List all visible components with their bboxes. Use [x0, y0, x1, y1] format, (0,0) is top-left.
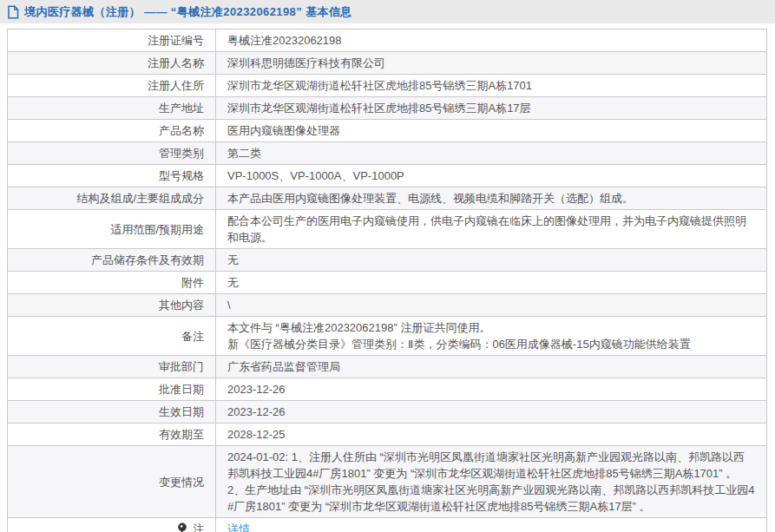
row-value: 医用内窥镜图像处理器: [216, 120, 767, 142]
table-row: 审批部门 广东省药品监督管理局: [8, 356, 767, 378]
row-label: 生效日期: [8, 401, 216, 424]
row-label-text: 附件: [181, 276, 204, 289]
row-label: 审批部门: [8, 356, 216, 378]
row-label: 产品名称: [8, 120, 216, 142]
row-value: 本产品由医用内窥镜图像处理装置、电源线、视频电缆和脚踏开关（选配）组成。: [216, 187, 767, 210]
note-balloon-icon: [177, 522, 187, 532]
details-link[interactable]: 详情: [227, 522, 250, 532]
page-title: 境内医疗器械（注册） —— “粤械注准20232062198” 基本信息: [24, 4, 352, 20]
row-value: 2023-12-26: [216, 378, 767, 401]
row-label: 管理类别: [8, 142, 216, 165]
row-label-text: 注: [193, 522, 204, 532]
row-value: 深圳市龙华区观湖街道松轩社区虎地排85号锦绣三期A栋17层: [216, 97, 767, 120]
row-value: 第二类: [216, 142, 767, 165]
table-row: 备注 本文件与 “粤械注准20232062198” 注册证共同使用。 新《医疗器…: [8, 317, 767, 356]
row-label: 有效期至: [8, 424, 216, 446]
table-row: 注册人住所 深圳市龙华区观湖街道松轩社区虎地排85号锦绣三期A栋1701: [8, 75, 767, 97]
table-row: 产品储存条件及有效期 无: [8, 249, 767, 272]
row-label: 附件: [8, 272, 216, 294]
row-label: 生产地址: [8, 97, 216, 120]
row-label-text: 结构及组成/主要组成成分: [76, 192, 204, 205]
row-label-text: 产品名称: [159, 124, 204, 137]
row-label: 注册证编号: [8, 30, 216, 52]
table-row: 有效期至 2028-12-25: [8, 424, 767, 446]
row-label-text: 备注: [181, 330, 204, 343]
row-label: 注册人名称: [8, 52, 216, 75]
registration-info-table: 注册证编号 粤械注准20232062198 注册人名称 深圳科思明德医疗科技有限…: [7, 29, 767, 532]
row-label-text: 变更情况: [159, 476, 204, 489]
row-label-text: 批准日期: [159, 383, 204, 396]
row-value: 深圳市龙华区观湖街道松轩社区虎地排85号锦绣三期A栋1701: [216, 75, 767, 97]
row-label: 型号规格: [8, 165, 216, 187]
row-label-text: 其他内容: [159, 299, 204, 312]
row-value: 深圳科思明德医疗科技有限公司: [216, 52, 767, 75]
row-label: 批准日期: [8, 378, 216, 401]
table-row: 附件 无: [8, 272, 767, 294]
table-row: 产品名称 医用内窥镜图像处理器: [8, 120, 767, 142]
document-icon: [7, 5, 19, 19]
row-value: VP-1000S、VP-1000A、VP-1000P: [216, 165, 767, 187]
row-value: \: [216, 294, 767, 317]
row-label-text: 管理类别: [159, 147, 204, 160]
row-label-text: 产品储存条件及有效期: [91, 253, 204, 266]
table-row: 注 详情: [8, 518, 767, 532]
row-label-text: 生效日期: [159, 405, 204, 418]
row-value: 2028-12-25: [216, 424, 767, 446]
table-row: 型号规格 VP-1000S、VP-1000A、VP-1000P: [8, 165, 767, 187]
row-value: 无: [216, 272, 767, 294]
row-label: 备注: [8, 317, 216, 356]
row-label: 结构及组成/主要组成成分: [8, 187, 216, 210]
page-header: 境内医疗器械（注册） —— “粤械注准20232062198” 基本信息: [0, 0, 775, 23]
row-label-text: 有效期至: [159, 428, 204, 441]
row-value: 广东省药品监督管理局: [216, 356, 767, 378]
row-label-text: 适用范围/预期用途: [110, 223, 204, 236]
table-row: 生产地址 深圳市龙华区观湖街道松轩社区虎地排85号锦绣三期A栋17层: [8, 97, 767, 120]
table-row: 管理类别 第二类: [8, 142, 767, 165]
row-label: 变更情况: [8, 446, 216, 518]
row-label-text: 生产地址: [159, 102, 204, 115]
table-row: 结构及组成/主要组成成分 本产品由医用内窥镜图像处理装置、电源线、视频电缆和脚踏…: [8, 187, 767, 210]
row-label: 产品储存条件及有效期: [8, 249, 216, 272]
row-label-text: 审批部门: [159, 360, 204, 373]
table-row: 注册人名称 深圳科思明德医疗科技有限公司: [8, 52, 767, 75]
row-label: 注册人住所: [8, 75, 216, 97]
table-row: 批准日期 2023-12-26: [8, 378, 767, 401]
row-label: 注: [8, 518, 216, 532]
row-label: 其他内容: [8, 294, 216, 317]
row-value: 本文件与 “粤械注准20232062198” 注册证共同使用。 新《医疗器械分类…: [216, 317, 767, 356]
row-value: 详情: [216, 518, 767, 532]
row-label-text: 注册人住所: [148, 79, 204, 92]
row-value: 粤械注准20232062198: [216, 30, 767, 52]
row-value: 2023-12-26: [216, 401, 767, 424]
table-row: 生效日期 2023-12-26: [8, 401, 767, 424]
row-label-text: 型号规格: [159, 169, 204, 182]
row-label-text: 注册人名称: [148, 56, 204, 69]
row-value: 无: [216, 249, 767, 272]
table-row: 变更情况 2024-01-02: 1、注册人住所由 “深圳市光明区凤凰街道塘家社…: [8, 446, 767, 518]
table-row: 注册证编号 粤械注准20232062198: [8, 30, 767, 52]
row-label-text: 注册证编号: [148, 34, 204, 47]
table-row: 适用范围/预期用途 配合本公司生产的医用电子内窥镜使用，供电子内窥镜在临床上的图…: [8, 210, 767, 249]
table-row: 其他内容 \: [8, 294, 767, 317]
row-label: 适用范围/预期用途: [8, 210, 216, 249]
row-value: 2024-01-02: 1、注册人住所由 “深圳市光明区凤凰街道塘家社区光明高新…: [216, 446, 767, 518]
row-value: 配合本公司生产的医用电子内窥镜使用，供电子内窥镜在临床上的图像处理用，并为电子内…: [216, 210, 767, 249]
